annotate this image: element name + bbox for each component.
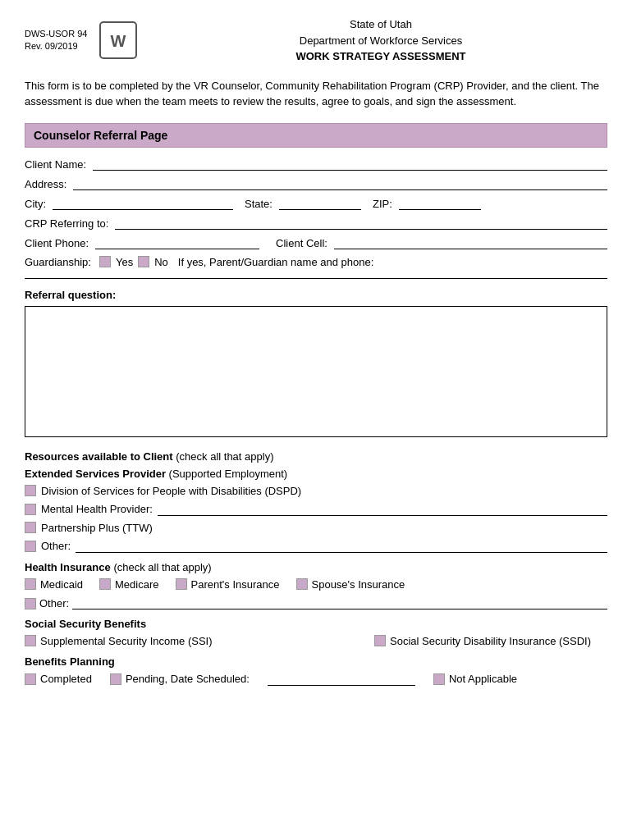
health-other-row: Other: bbox=[25, 596, 607, 609]
counselor-referral-header: Counselor Referral Page bbox=[25, 123, 607, 148]
health-insurance-row1: Medicaid Medicare Parent's Insurance Spo… bbox=[25, 578, 607, 591]
state-label: State: bbox=[245, 198, 272, 210]
resource-mental-health-input[interactable] bbox=[158, 503, 607, 516]
guardianship-no-label: No bbox=[154, 256, 168, 268]
form-rev: Rev. 09/2019 bbox=[25, 41, 78, 51]
pending-checkbox[interactable] bbox=[110, 673, 121, 685]
resource-dspd-checkbox[interactable] bbox=[25, 485, 36, 496]
resource-other-row: Other: bbox=[25, 540, 607, 553]
spouses-insurance-label: Spouse's Insurance bbox=[312, 578, 405, 591]
parents-insurance-checkbox[interactable] bbox=[176, 578, 187, 590]
guardianship-note: If yes, Parent/Guardian name and phone: bbox=[178, 256, 374, 268]
medicaid-item: Medicaid bbox=[25, 578, 83, 591]
resource-other-label: Other: bbox=[41, 540, 71, 552]
parents-insurance-item: Parent's Insurance bbox=[176, 578, 280, 591]
crp-referring-input[interactable] bbox=[115, 217, 607, 230]
client-phone-input[interactable] bbox=[95, 236, 259, 249]
svg-text:W: W bbox=[111, 32, 126, 50]
guardianship-label: Guardianship: bbox=[25, 256, 91, 268]
referral-question-box[interactable] bbox=[25, 306, 607, 437]
guardianship-no-checkbox[interactable] bbox=[138, 256, 149, 267]
guardianship-yes-checkbox[interactable] bbox=[99, 256, 111, 267]
social-security-section: Social Security Benefits Supplemental Se… bbox=[25, 618, 607, 647]
health-insurance-title: Health Insurance (check all that apply) bbox=[25, 561, 607, 573]
completed-item: Completed bbox=[25, 673, 92, 685]
completed-label: Completed bbox=[40, 673, 92, 685]
ssdi-label: Social Security Disability Insurance (SS… bbox=[390, 635, 591, 647]
medicare-label: Medicare bbox=[115, 578, 158, 591]
org-line1: State of Utah bbox=[154, 16, 607, 33]
resource-partnership-row: Partnership Plus (TTW) bbox=[25, 522, 607, 534]
form-id-block: DWS-USOR 94 Rev. 09/2019 bbox=[25, 28, 98, 53]
intro-text: This form is to be completed by the VR C… bbox=[25, 78, 607, 110]
crp-referring-label: CRP Referring to: bbox=[25, 217, 108, 230]
not-applicable-checkbox[interactable] bbox=[433, 673, 445, 685]
zip-input[interactable] bbox=[399, 197, 481, 210]
guardianship-row: Guardianship: Yes No If yes, Parent/Guar… bbox=[25, 256, 607, 268]
resource-partnership-checkbox[interactable] bbox=[25, 522, 36, 533]
address-row: Address: bbox=[25, 177, 607, 190]
resource-dspd-label: Division of Services for People with Dis… bbox=[41, 485, 301, 497]
ssi-checkbox[interactable] bbox=[25, 635, 36, 646]
pending-date-input[interactable] bbox=[268, 673, 415, 686]
form-id: DWS-USOR 94 bbox=[25, 29, 87, 39]
social-security-row: Supplemental Security Income (SSI) Socia… bbox=[25, 635, 607, 647]
medicare-checkbox[interactable] bbox=[99, 578, 111, 590]
city-label: City: bbox=[25, 198, 46, 210]
spouses-insurance-item: Spouse's Insurance bbox=[296, 578, 405, 591]
ssdi-item: Social Security Disability Insurance (SS… bbox=[374, 635, 591, 647]
city-input[interactable] bbox=[53, 197, 233, 210]
resource-partnership-label: Partnership Plus (TTW) bbox=[41, 522, 153, 534]
benefits-planning-row: Completed Pending, Date Scheduled: Not A… bbox=[25, 673, 607, 686]
header-title-block: State of Utah Department of Workforce Se… bbox=[154, 16, 607, 65]
address-input[interactable] bbox=[73, 177, 607, 190]
benefits-planning-section: Benefits Planning Completed Pending, Dat… bbox=[25, 655, 607, 686]
parents-insurance-label: Parent's Insurance bbox=[191, 578, 280, 591]
health-other-input[interactable] bbox=[72, 596, 607, 609]
resources-title: Resources available to Client (check all… bbox=[25, 450, 607, 463]
completed-checkbox[interactable] bbox=[25, 673, 36, 685]
spouses-insurance-checkbox[interactable] bbox=[296, 578, 308, 590]
resource-other-checkbox[interactable] bbox=[25, 541, 36, 552]
client-cell-input[interactable] bbox=[334, 236, 607, 249]
crp-referring-row: CRP Referring to: bbox=[25, 217, 607, 230]
zip-label: ZIP: bbox=[373, 198, 392, 210]
org-title: WORK STRATEGY ASSESSMENT bbox=[154, 48, 607, 65]
resource-mental-health-label: Mental Health Provider: bbox=[41, 503, 153, 515]
client-name-row: Client Name: bbox=[25, 158, 607, 171]
medicaid-label: Medicaid bbox=[40, 578, 83, 591]
resource-mental-health-row: Mental Health Provider: bbox=[25, 503, 607, 516]
health-other-label: Other: bbox=[39, 597, 69, 609]
not-applicable-label: Not Applicable bbox=[449, 673, 517, 685]
resource-mental-health-checkbox[interactable] bbox=[25, 504, 36, 515]
social-security-title: Social Security Benefits bbox=[25, 618, 607, 630]
state-input[interactable] bbox=[279, 197, 361, 210]
ssi-item: Supplemental Security Income (SSI) bbox=[25, 635, 213, 647]
divider1 bbox=[25, 278, 607, 279]
client-name-input[interactable] bbox=[93, 158, 607, 171]
org-line2: Department of Workforce Services bbox=[154, 33, 607, 49]
ssi-label: Supplemental Security Income (SSI) bbox=[40, 635, 213, 647]
page-header: DWS-USOR 94 Rev. 09/2019 W State of Utah… bbox=[25, 16, 607, 65]
benefits-planning-title: Benefits Planning bbox=[25, 655, 607, 668]
guardianship-yes-label: Yes bbox=[116, 256, 133, 268]
medicaid-checkbox[interactable] bbox=[25, 578, 36, 590]
client-name-label: Client Name: bbox=[25, 158, 86, 171]
health-insurance-section: Health Insurance (check all that apply) … bbox=[25, 561, 607, 609]
client-cell-label: Client Cell: bbox=[276, 237, 327, 249]
pending-item: Pending, Date Scheduled: bbox=[110, 673, 250, 685]
not-applicable-item: Not Applicable bbox=[433, 673, 517, 685]
dws-logo: W bbox=[98, 21, 138, 60]
client-phone-label: Client Phone: bbox=[25, 237, 89, 249]
phone-row: Client Phone: Client Cell: bbox=[25, 236, 607, 249]
city-state-zip-row: City: State: ZIP: bbox=[25, 197, 607, 210]
ssdi-checkbox[interactable] bbox=[374, 635, 386, 646]
resource-dspd-row: Division of Services for People with Dis… bbox=[25, 485, 607, 497]
health-other-checkbox[interactable] bbox=[25, 598, 36, 609]
resource-other-input[interactable] bbox=[76, 540, 607, 553]
address-label: Address: bbox=[25, 178, 66, 190]
pending-label: Pending, Date Scheduled: bbox=[126, 673, 250, 685]
medicare-item: Medicare bbox=[99, 578, 158, 591]
resources-section: Resources available to Client (check all… bbox=[25, 450, 607, 553]
extended-services-title: Extended Services Provider (Supported Em… bbox=[25, 468, 607, 480]
